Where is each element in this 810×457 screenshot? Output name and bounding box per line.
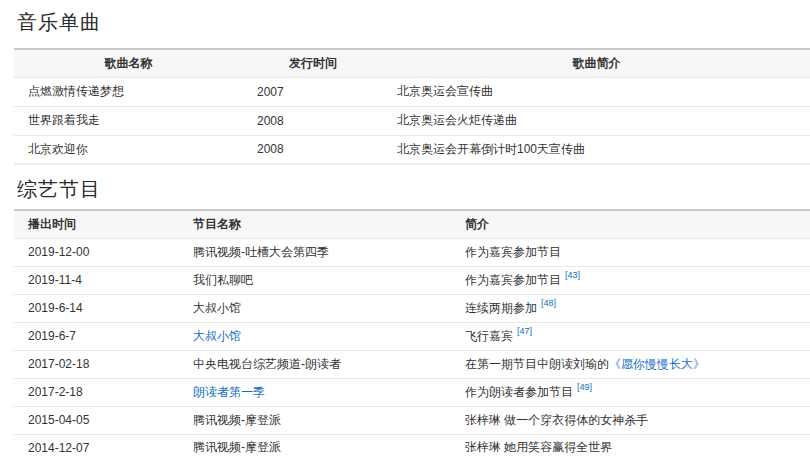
reference-link[interactable]: [47] — [517, 326, 532, 336]
cell-text: 作为嘉宾参加节目 — [465, 273, 561, 287]
cell-text: 2017-02-18 — [28, 357, 89, 371]
column-header: 节目名称 — [179, 210, 451, 238]
table-cell: 2007 — [243, 77, 383, 106]
cell-text: 北京奥运会宣传曲 — [397, 84, 493, 98]
table-cell: 大叔小馆 — [179, 322, 451, 350]
column-header: 播出时间 — [14, 210, 179, 238]
table-cell: 2014-12-07 — [14, 434, 179, 457]
cell-text: 作为嘉宾参加节目 — [465, 245, 561, 259]
cell-text: 世界跟着我走 — [28, 113, 100, 127]
table-cell: 张梓琳 她用笑容赢得全世界 — [451, 434, 810, 457]
cell-text: 在第一期节目中朗读刘瑜的 — [465, 357, 609, 371]
table-cell: 北京奥运会宣传曲 — [383, 77, 810, 106]
table-cell: 北京奥运会开幕倒计时100天宣传曲 — [383, 135, 810, 164]
table-cell: 大叔小馆 — [179, 294, 451, 322]
table-row: 北京欢迎你2008北京奥运会开幕倒计时100天宣传曲 — [14, 135, 810, 164]
cell-text: 2007 — [257, 85, 284, 99]
table-cell: 北京奥运会火炬传递曲 — [383, 106, 810, 135]
table-cell: 2017-2-18 — [14, 378, 179, 406]
table-cell: 在第一期节目中朗读刘瑜的《愿你慢慢长大》 — [451, 350, 810, 378]
cell-text: 连续两期参加 — [465, 301, 537, 315]
cell-text: 腾讯视频-摩登派 — [193, 413, 281, 427]
cell-text: 北京奥运会火炬传递曲 — [397, 113, 517, 127]
header-row: 播出时间节目名称简介 — [14, 210, 810, 238]
column-header: 歌曲简介 — [383, 49, 810, 77]
section-variety-shows: 综艺节目 播出时间节目名称简介2019-12-00腾讯视频-吐槽大会第四季作为嘉… — [14, 179, 810, 457]
table-cell: 2019-6-14 — [14, 294, 179, 322]
table-row: 2014-12-07腾讯视频-摩登派张梓琳 她用笑容赢得全世界 — [14, 434, 810, 457]
cell-text: 2017-2-18 — [28, 385, 83, 399]
table-row: 2017-02-18中央电视台综艺频道-朗读者在第一期节目中朗读刘瑜的《愿你慢慢… — [14, 350, 810, 378]
article-content: 音乐单曲 歌曲名称发行时间歌曲简介点燃激情传递梦想2007北京奥运会宣传曲世界跟… — [0, 0, 810, 457]
cell-text: 张梓琳 她用笑容赢得全世界 — [465, 440, 612, 454]
section-title-variety-shows: 综艺节目 — [17, 179, 810, 200]
cell-text: 腾讯视频-摩登派 — [193, 440, 281, 454]
header-row: 歌曲名称发行时间歌曲简介 — [14, 49, 810, 77]
cell-text: 2019-11-4 — [28, 273, 82, 287]
table-row: 2015-04-05腾讯视频-摩登派张梓琳 做一个穿衣得体的女神杀手 — [14, 406, 810, 434]
table-cell: 点燃激情传递梦想 — [14, 77, 243, 106]
cell-text: 2015-04-05 — [28, 413, 89, 427]
table-cell: 世界跟着我走 — [14, 106, 243, 135]
section-title-music-singles: 音乐单曲 — [17, 12, 810, 33]
table-cell: 腾讯视频-摩登派 — [179, 434, 451, 457]
cell-text: 作为朗读者参加节目 — [465, 385, 573, 399]
table-cell: 飞行嘉宾[47] — [451, 322, 810, 350]
variety-shows-table: 播出时间节目名称简介2019-12-00腾讯视频-吐槽大会第四季作为嘉宾参加节目… — [14, 209, 810, 457]
table-cell: 作为嘉宾参加节目[43] — [451, 266, 810, 294]
cell-text: 2008 — [257, 142, 284, 156]
entry-link[interactable]: 朗读者第一季 — [193, 385, 265, 399]
table-cell: 朗读者第一季 — [179, 378, 451, 406]
section-music-singles: 音乐单曲 歌曲名称发行时间歌曲简介点燃激情传递梦想2007北京奥运会宣传曲世界跟… — [14, 12, 810, 165]
table-cell: 2019-6-7 — [14, 322, 179, 350]
table-cell: 作为朗读者参加节目[49] — [451, 378, 810, 406]
cell-text: 张梓琳 做一个穿衣得体的女神杀手 — [465, 413, 648, 427]
table-cell: 2015-04-05 — [14, 406, 179, 434]
reference-link[interactable]: [48] — [541, 298, 556, 308]
reference-link[interactable]: [49] — [577, 382, 592, 392]
reference-link[interactable]: [43] — [565, 270, 580, 280]
table-cell: 2019-11-4 — [14, 266, 179, 294]
cell-text: 2014-12-07 — [28, 441, 89, 455]
table-cell: 腾讯视频-摩登派 — [179, 406, 451, 434]
table-row: 2019-11-4我们私聊吧作为嘉宾参加节目[43] — [14, 266, 810, 294]
table-cell: 2017-02-18 — [14, 350, 179, 378]
column-header: 简介 — [451, 210, 810, 238]
table-row: 2019-6-7大叔小馆飞行嘉宾[47] — [14, 322, 810, 350]
cell-text: 2019-6-7 — [28, 329, 76, 343]
column-header: 发行时间 — [243, 49, 383, 77]
table-cell: 中央电视台综艺频道-朗读者 — [179, 350, 451, 378]
table-row: 点燃激情传递梦想2007北京奥运会宣传曲 — [14, 77, 810, 106]
table-row: 世界跟着我走2008北京奥运会火炬传递曲 — [14, 106, 810, 135]
table-row: 2019-6-14大叔小馆连续两期参加[48] — [14, 294, 810, 322]
table-row: 2017-2-18朗读者第一季作为朗读者参加节目[49] — [14, 378, 810, 406]
table-cell: 腾讯视频-吐槽大会第四季 — [179, 238, 451, 266]
table-cell: 我们私聊吧 — [179, 266, 451, 294]
table-cell: 北京欢迎你 — [14, 135, 243, 164]
entry-link[interactable]: 大叔小馆 — [193, 329, 241, 343]
cell-text: 大叔小馆 — [193, 301, 241, 315]
cell-text: 我们私聊吧 — [193, 273, 253, 287]
cell-text: 北京欢迎你 — [28, 142, 88, 156]
table-row: 2019-12-00腾讯视频-吐槽大会第四季作为嘉宾参加节目 — [14, 238, 810, 266]
table-cell: 2019-12-00 — [14, 238, 179, 266]
cell-text: 点燃激情传递梦想 — [28, 84, 124, 98]
table-cell: 作为嘉宾参加节目 — [451, 238, 810, 266]
music-singles-table: 歌曲名称发行时间歌曲简介点燃激情传递梦想2007北京奥运会宣传曲世界跟着我走20… — [14, 48, 810, 165]
table-cell: 2008 — [243, 106, 383, 135]
table-cell: 2008 — [243, 135, 383, 164]
cell-text: 2019-6-14 — [28, 301, 83, 315]
cell-text: 2008 — [257, 114, 284, 128]
cell-text: 2019-12-00 — [28, 245, 89, 259]
cell-text: 飞行嘉宾 — [465, 329, 513, 343]
cell-text: 中央电视台综艺频道-朗读者 — [193, 357, 341, 371]
table-cell: 张梓琳 做一个穿衣得体的女神杀手 — [451, 406, 810, 434]
cell-text: 北京奥运会开幕倒计时100天宣传曲 — [397, 142, 585, 156]
cell-text: 腾讯视频-吐槽大会第四季 — [193, 245, 329, 259]
table-cell: 连续两期参加[48] — [451, 294, 810, 322]
entry-link[interactable]: 《愿你慢慢长大》 — [609, 357, 705, 371]
column-header: 歌曲名称 — [14, 49, 243, 77]
